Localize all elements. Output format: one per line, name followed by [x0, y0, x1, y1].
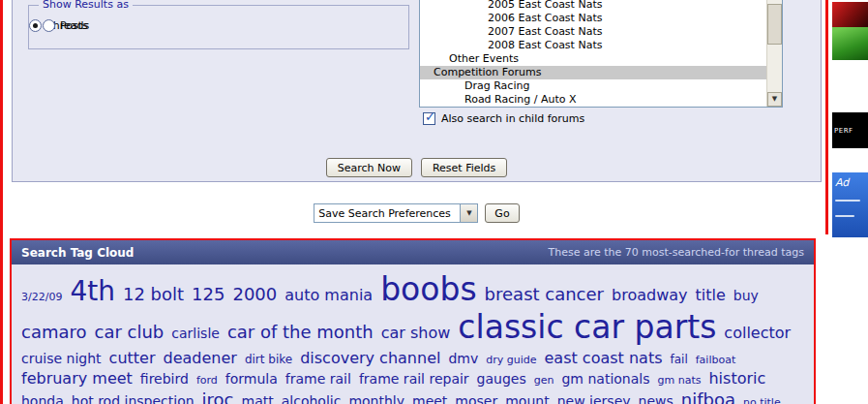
tag-link[interactable]: title [696, 287, 726, 304]
tag-cloud-title: Search Tag Cloud [21, 246, 134, 260]
page-border-right [825, 0, 828, 234]
select-dropdown-button[interactable]: ▼ [460, 204, 477, 222]
forum-list-item[interactable]: Road Racing / Auto X [420, 93, 766, 107]
tag-link[interactable]: breast cancer [485, 285, 604, 304]
tag-link[interactable]: ford [196, 375, 218, 387]
tag-link[interactable]: auto mania [284, 287, 373, 304]
tag-link[interactable]: 4th [70, 277, 115, 307]
tag-link[interactable]: car club [95, 323, 165, 342]
tag-link[interactable]: mount [505, 394, 549, 404]
posts-radio[interactable] [43, 19, 55, 32]
tag-link[interactable]: dmv [448, 352, 478, 366]
forum-list-item[interactable]: 2007 East Coast Nats [420, 25, 766, 39]
scroll-down-button[interactable]: ▼ [767, 92, 782, 107]
tag-link[interactable]: njfboa [681, 390, 735, 404]
show-results-fieldset: Show Results as Threads Posts [28, 5, 409, 49]
tag-link[interactable]: no title [743, 397, 781, 404]
tag-link[interactable]: classic car parts [458, 310, 716, 345]
forum-list-scrollbar[interactable]: ▼ [766, 0, 782, 107]
tag-link[interactable]: monthly [348, 394, 404, 404]
reset-fields-button[interactable]: Reset Fields [421, 158, 507, 177]
page-border-left [0, 0, 3, 404]
tag-link[interactable]: collector [724, 325, 791, 342]
forum-list-items: 2005 East Coast Nats2006 East Coast Nats… [420, 0, 766, 107]
tag-link[interactable]: buy [733, 289, 759, 303]
child-forums-option[interactable]: ✓ Also search in child forums [423, 112, 584, 125]
show-results-legend: Show Results as [39, 0, 133, 11]
tag-link[interactable]: camaro [21, 323, 87, 342]
tag-link[interactable]: 3/22/09 [21, 292, 62, 303]
forum-list-item[interactable]: 2005 East Coast Nats [420, 0, 766, 12]
dropdown-arrow-icon: ▼ [466, 210, 471, 217]
ad-thumbnail-green-car[interactable] [832, 27, 868, 60]
tag-link[interactable]: moser [455, 394, 497, 404]
tag-link[interactable]: fail [671, 354, 688, 366]
forum-list-item[interactable]: Competition Forums [420, 66, 766, 79]
tag-link[interactable]: 12 bolt [123, 285, 184, 304]
tag-link[interactable]: iroc [202, 390, 234, 404]
form-buttons-row: Search Now Reset Fields [13, 158, 821, 177]
tag-link[interactable]: february meet [21, 370, 133, 388]
tag-link[interactable]: broadway [612, 287, 688, 304]
tag-link[interactable]: 125 [192, 285, 224, 304]
ad-banner-blue-line [835, 215, 854, 217]
save-preferences-select[interactable]: Save Search Preferences ▼ [314, 203, 478, 223]
ad-banner-black-text: PERF [834, 127, 853, 135]
tag-link[interactable]: carlisle [171, 326, 220, 341]
tag-link[interactable]: gauges [477, 372, 526, 387]
tag-link[interactable]: hot rod inspection [72, 394, 195, 404]
ad-thumbnail-red-car[interactable] [832, 2, 868, 27]
posts-radio-label: Posts [60, 19, 88, 32]
tag-link[interactable]: dry guide [486, 355, 536, 366]
ad-banner-blue-line [835, 200, 860, 202]
tag-link[interactable]: frame rail repair [359, 372, 469, 387]
ad-banner-blue-text: Ad [835, 176, 849, 189]
search-form-panel: Show Results as Threads Posts 2005 East … [12, 0, 822, 182]
tag-link[interactable]: cruise night [21, 352, 102, 366]
go-button[interactable]: Go [485, 203, 519, 223]
results-option-posts[interactable]: Posts [43, 19, 88, 32]
tag-link[interactable]: firebird [140, 372, 189, 387]
tag-link[interactable]: frame rail [285, 372, 351, 387]
save-preferences-row: Save Search Preferences ▼ Go [12, 203, 822, 223]
scroll-down-arrow-icon: ▼ [772, 96, 777, 103]
tag-link[interactable]: discovery channel [300, 350, 440, 367]
scrollbar-thumb[interactable] [767, 4, 782, 45]
tag-link[interactable]: new jersey [557, 394, 631, 404]
tag-link[interactable]: deadener [164, 350, 237, 367]
tag-link[interactable]: 2000 [232, 285, 277, 304]
tag-link[interactable]: news [639, 394, 673, 404]
ad-banner-black[interactable]: PERF [832, 112, 868, 148]
tag-cloud-body: 3/22/094th12 bolt1252000auto maniaboobsb… [12, 264, 814, 404]
search-now-button[interactable]: Search Now [326, 158, 412, 177]
forum-select-list[interactable]: 2005 East Coast Nats2006 East Coast Nats… [419, 0, 783, 108]
tag-link[interactable]: dirt bike [245, 354, 292, 366]
child-forums-label: Also search in child forums [441, 112, 584, 125]
tag-link[interactable]: gen [534, 375, 554, 387]
forum-list-item[interactable]: 2008 East Coast Nats [420, 39, 766, 52]
tag-link[interactable]: car of the month [227, 323, 374, 342]
threads-radio[interactable] [29, 19, 42, 32]
ad-banner-blue[interactable]: Ad [832, 172, 868, 237]
tag-link[interactable]: gm nationals [561, 372, 649, 387]
tag-link[interactable]: cutter [109, 350, 156, 367]
tag-link[interactable]: alcoholic [282, 394, 342, 404]
tag-cloud-subtitle: These are the 70 most-searched-for threa… [549, 246, 804, 259]
tag-link[interactable]: historic [708, 370, 765, 388]
tag-link[interactable]: east coast nats [545, 350, 663, 367]
tag-link[interactable]: car show [381, 325, 451, 342]
forum-list-item[interactable]: 2006 East Coast Nats [420, 12, 766, 25]
save-preferences-value: Save Search Preferences [314, 207, 450, 220]
tag-cloud-panel: Search Tag Cloud These are the 70 most-s… [10, 238, 816, 404]
tag-link[interactable]: honda [21, 394, 64, 404]
tag-link[interactable]: failboat [696, 355, 736, 366]
child-forums-checkbox[interactable]: ✓ [423, 112, 435, 125]
tag-link[interactable]: meet [412, 394, 447, 404]
forum-list-item[interactable]: Drag Racing [420, 79, 766, 93]
tag-link[interactable]: boobs [380, 272, 476, 307]
check-icon: ✓ [425, 110, 435, 123]
forum-list-item[interactable]: Other Events [420, 52, 766, 66]
tag-link[interactable]: formula [225, 372, 278, 387]
tag-link[interactable]: gm nats [658, 375, 702, 387]
tag-link[interactable]: matt [242, 394, 274, 404]
